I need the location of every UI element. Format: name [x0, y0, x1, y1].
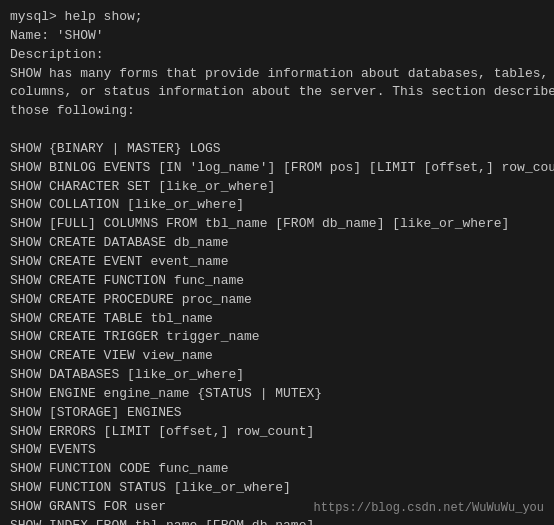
- command-line: SHOW {BINARY | MASTER} LOGS: [10, 140, 544, 159]
- watermark: https://blog.csdn.net/WuWuWu_you: [314, 501, 544, 515]
- description-text: SHOW has many forms that provide informa…: [10, 65, 544, 122]
- command-line: SHOW CREATE VIEW view_name: [10, 347, 544, 366]
- command-line: SHOW CREATE EVENT event_name: [10, 253, 544, 272]
- prompt-line: mysql> help show;: [10, 8, 544, 27]
- command-line: SHOW BINLOG EVENTS [IN 'log_name'] [FROM…: [10, 159, 544, 178]
- name-line: Name: 'SHOW': [10, 27, 544, 46]
- command-line: SHOW [STORAGE] ENGINES: [10, 404, 544, 423]
- command-line: SHOW INDEX FROM tbl_name [FROM db_name]: [10, 517, 544, 525]
- description-body-line: those following:: [10, 102, 544, 121]
- command-line: SHOW ERRORS [LIMIT [offset,] row_count]: [10, 423, 544, 442]
- description-body-line: columns, or status information about the…: [10, 83, 544, 102]
- command-line: SHOW CREATE TRIGGER trigger_name: [10, 328, 544, 347]
- command-line: SHOW [FULL] COLUMNS FROM tbl_name [FROM …: [10, 215, 544, 234]
- command-line: SHOW CREATE TABLE tbl_name: [10, 310, 544, 329]
- command-line: SHOW FUNCTION CODE func_name: [10, 460, 544, 479]
- terminal-window: mysql> help show; Name: 'SHOW' Descripti…: [0, 0, 554, 525]
- command-line: SHOW EVENTS: [10, 441, 544, 460]
- command-line: SHOW CREATE DATABASE db_name: [10, 234, 544, 253]
- command-line: SHOW COLLATION [like_or_where]: [10, 196, 544, 215]
- description-header: Description:: [10, 46, 544, 65]
- command-line: SHOW CREATE PROCEDURE proc_name: [10, 291, 544, 310]
- command-line: SHOW DATABASES [like_or_where]: [10, 366, 544, 385]
- command-line: SHOW CHARACTER SET [like_or_where]: [10, 178, 544, 197]
- command-line: SHOW CREATE FUNCTION func_name: [10, 272, 544, 291]
- command-line: SHOW ENGINE engine_name {STATUS | MUTEX}: [10, 385, 544, 404]
- commands-container: SHOW {BINARY | MASTER} LOGSSHOW BINLOG E…: [10, 140, 544, 525]
- description-body-line: SHOW has many forms that provide informa…: [10, 65, 544, 84]
- command-line: SHOW FUNCTION STATUS [like_or_where]: [10, 479, 544, 498]
- blank-line: [10, 121, 544, 140]
